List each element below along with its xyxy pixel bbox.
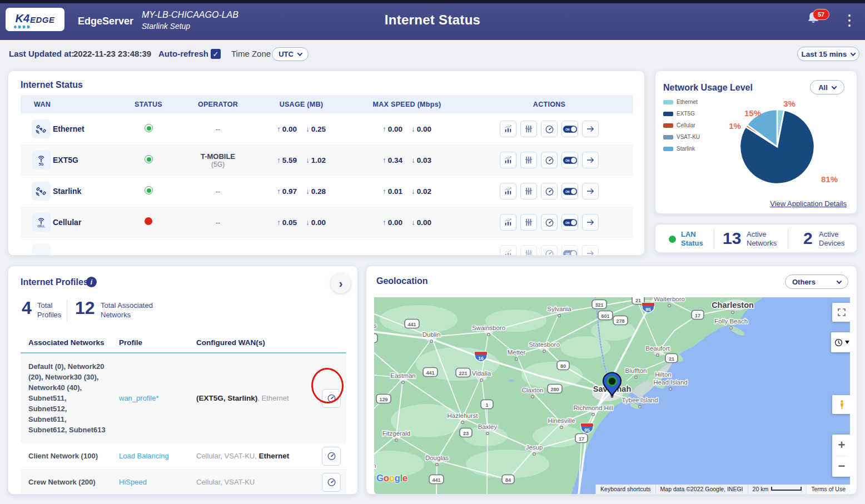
- statistics-button[interactable]: [500, 245, 516, 256]
- total-profiles-value: 4: [22, 298, 32, 318]
- notifications-bell-icon[interactable]: 57: [805, 10, 827, 32]
- svg-text:95: 95: [645, 307, 651, 312]
- pegman-button[interactable]: [832, 395, 850, 414]
- toggle-on-button[interactable]: ON: [561, 183, 578, 199]
- auto-refresh-checkbox[interactable]: ✓: [211, 49, 221, 59]
- operator-cell: --: [182, 187, 254, 196]
- profile-link[interactable]: HiSpeed: [111, 478, 188, 486]
- svg-text:221: 221: [459, 371, 467, 376]
- svg-text:Eastman: Eastman: [390, 372, 415, 379]
- svg-text:CELL: CELL: [37, 224, 44, 228]
- row-actions: ON: [465, 121, 633, 137]
- col-profile: Profile: [111, 338, 188, 347]
- speed-test-button[interactable]: [541, 214, 558, 231]
- toggle-on-button[interactable]: ON: [561, 214, 578, 231]
- svg-text:Sylvania: Sylvania: [547, 306, 571, 312]
- go-to-button[interactable]: [582, 152, 599, 168]
- svg-text:441: 441: [432, 477, 440, 483]
- view-application-details-link[interactable]: View Application Details: [770, 199, 847, 208]
- svg-text:23: 23: [463, 431, 469, 436]
- svg-text:Hazlehurst: Hazlehurst: [448, 412, 479, 419]
- profile-row: Crew Network (200)HiSpeedCellular, VSAT-…: [21, 469, 346, 495]
- svg-text:Charleston: Charleston: [712, 301, 754, 310]
- active-devices-value: 2: [803, 229, 813, 248]
- configure-button[interactable]: [520, 245, 537, 256]
- divider: [67, 300, 67, 322]
- zoom-out-button[interactable]: −: [832, 456, 850, 477]
- google-logo: Google: [376, 473, 407, 484]
- terms-of-use-link[interactable]: Terms of Use: [806, 485, 850, 494]
- info-icon[interactable]: i: [86, 277, 97, 287]
- map-attribution: Keyboard shortcuts Map data ©2022 Google…: [374, 485, 850, 494]
- svg-text:441: 441: [407, 322, 416, 327]
- speed-test-button[interactable]: [322, 389, 341, 408]
- statistics-button[interactable]: [500, 214, 516, 231]
- expand-profiles-button[interactable]: ›: [331, 273, 351, 293]
- configured-wans-cell: (EXT5G, Starlink), Ethernet: [188, 394, 316, 402]
- statistics-button[interactable]: [500, 152, 516, 168]
- svg-text:321: 321: [595, 302, 603, 308]
- svg-text:Walterboro: Walterboro: [654, 297, 685, 302]
- svg-text:Folly Beach: Folly Beach: [714, 318, 748, 325]
- status-indicator: [115, 124, 182, 134]
- svg-text:441: 441: [426, 370, 434, 376]
- geo-filter-select[interactable]: Others: [785, 275, 848, 289]
- page-title: Internet Status: [0, 12, 865, 28]
- col-usage: USAGE (MB): [254, 101, 349, 108]
- configure-button[interactable]: [520, 121, 537, 137]
- speed-test-button[interactable]: [322, 473, 341, 492]
- app-header: K4 EDGE EdgeServer MY-LB-CHICAAGO-LAB St…: [0, 3, 865, 40]
- svg-text:Dublin: Dublin: [422, 331, 441, 338]
- network-usage-card: Network Usage Level All EthernetEXT5GCel…: [655, 71, 857, 214]
- active-networks-label: ActiveNetworks: [747, 230, 777, 248]
- svg-text:ON: ON: [565, 252, 570, 255]
- svg-text:16: 16: [478, 356, 484, 361]
- associated-networks-cell: Default (0), Network20 (20), Network30 (…: [21, 353, 111, 443]
- configure-button[interactable]: [520, 183, 537, 199]
- go-to-button[interactable]: [582, 183, 599, 199]
- svg-text:21: 21: [669, 356, 674, 362]
- profile-link[interactable]: wan_profile*: [111, 394, 188, 402]
- toggle-on-button[interactable]: ON: [561, 121, 578, 137]
- kebab-menu-icon[interactable]: [846, 14, 853, 27]
- statistics-button[interactable]: [500, 183, 516, 199]
- map-history-button[interactable]: [831, 332, 850, 352]
- toggle-on-button[interactable]: ON: [561, 152, 578, 168]
- fullscreen-button[interactable]: [832, 303, 850, 322]
- go-to-button[interactable]: [582, 245, 599, 256]
- internet-status-card: Internet Status WAN STATUS OPERATOR USAG…: [8, 71, 645, 256]
- keyboard-shortcuts-link[interactable]: Keyboard shortcuts: [595, 485, 655, 494]
- configure-button[interactable]: [520, 152, 537, 168]
- profile-link[interactable]: Load Balancing: [111, 452, 188, 460]
- active-devices-label: ActiveDevices: [819, 230, 844, 248]
- speed-test-button[interactable]: [541, 245, 558, 256]
- speed-test-button[interactable]: [322, 447, 341, 466]
- google-map[interactable]: SylvaniaSwainsboroDublinbinsStatesboroMe…: [374, 297, 850, 494]
- speed-test-button[interactable]: [541, 152, 558, 168]
- speed-test-button[interactable]: [541, 121, 558, 137]
- speed-test-button[interactable]: [541, 183, 558, 199]
- divider: [788, 229, 788, 249]
- svg-text:3%: 3%: [783, 99, 796, 108]
- row-actions: ON: [465, 245, 633, 256]
- svg-text:Jesup: Jesup: [526, 444, 543, 451]
- zoom-in-button[interactable]: +: [832, 435, 850, 456]
- wan-name: Cellular: [53, 218, 115, 227]
- map-canvas: SylvaniaSwainsboroDublinbinsStatesboroMe…: [374, 297, 850, 494]
- time-zone-select[interactable]: UTC: [272, 47, 309, 61]
- active-networks-value: 13: [723, 229, 741, 248]
- statistics-button[interactable]: [500, 121, 516, 137]
- time-range-select[interactable]: Last 15 mins: [797, 47, 859, 61]
- svg-text:bins: bins: [374, 322, 377, 329]
- svg-text:17: 17: [579, 436, 584, 442]
- go-to-button[interactable]: [582, 121, 599, 137]
- antennacell-icon: CELL: [32, 213, 51, 232]
- lan-status-label: LANStatus: [681, 230, 703, 248]
- go-to-button[interactable]: [582, 214, 599, 231]
- toggle-on-button[interactable]: ON: [561, 245, 578, 256]
- configure-button[interactable]: [520, 214, 537, 231]
- svg-text:ON: ON: [565, 159, 570, 162]
- internet-profiles-title: Internet Profiles: [21, 277, 88, 287]
- svg-text:Bluffton: Bluffton: [625, 367, 647, 374]
- svg-text:Claxton: Claxton: [522, 387, 544, 393]
